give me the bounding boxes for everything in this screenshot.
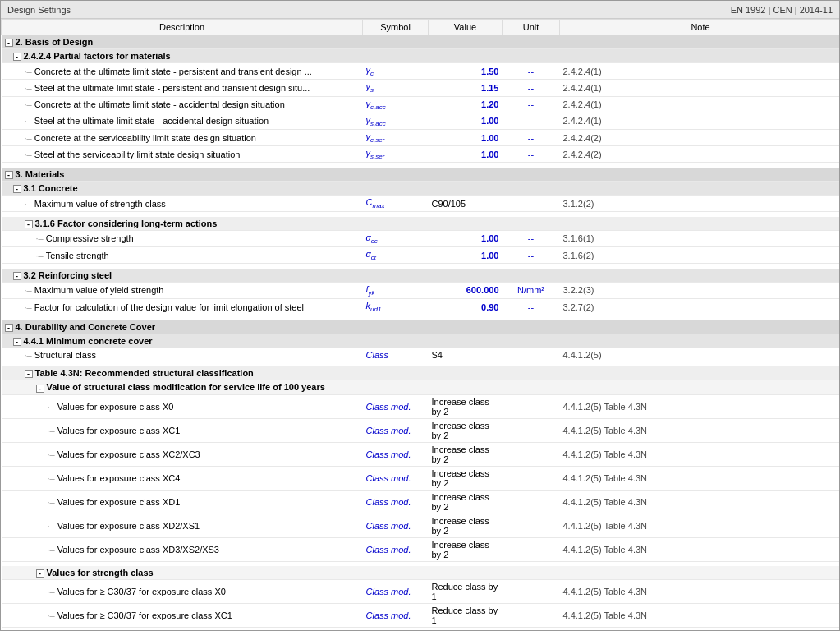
row-symbol: γs,acc: [363, 113, 429, 129]
table-row: ·–Values for exposure class X0Class mod.…: [2, 394, 840, 418]
table-row: ·–Maximum value of yield strengthfyk600.…: [2, 282, 840, 298]
row-value: Increase class by 2: [429, 490, 503, 514]
row-description: Values for exposure class XC2/XC3: [57, 449, 200, 459]
table-row: -3.1 Concrete: [2, 181, 840, 195]
row-description: Steel at the serviceability limit state …: [34, 150, 241, 159]
row-description: 2.4.2.4 Partial factors for materials: [24, 51, 171, 61]
row-symbol: Class mod.: [363, 490, 429, 514]
row-unit: --: [503, 63, 560, 80]
row-symbol: [363, 49, 429, 63]
row-unit: N/mm²: [503, 282, 560, 298]
row-note: [560, 269, 840, 283]
row-note: 4.4.1.2(5) Table 4.3N: [560, 418, 840, 442]
row-symbol: [363, 334, 429, 348]
row-unit: [503, 490, 560, 514]
table-row: -Value of structural class modification …: [2, 380, 840, 394]
collapse-icon[interactable]: -: [13, 272, 21, 280]
row-description: Values for ≥ C30/37 for exposure class X…: [57, 587, 226, 596]
row-value: Increase class by 2: [429, 418, 503, 442]
table-row: ·–Compressive strengthαcc1.00--3.1.6(1): [2, 230, 840, 246]
tree-dash: ·–: [25, 133, 32, 143]
row-unit: --: [503, 146, 560, 163]
row-description: Concrete at the serviceability limit sta…: [34, 133, 256, 143]
row-symbol: αct: [363, 246, 429, 263]
row-value: [429, 334, 503, 348]
collapse-icon[interactable]: -: [36, 569, 44, 578]
row-unit: [503, 418, 560, 442]
row-unit: [503, 366, 560, 380]
row-value: Reduce class by 1: [429, 628, 503, 630]
row-note: 3.1.6(2): [560, 246, 840, 263]
collapse-icon[interactable]: -: [36, 385, 44, 393]
row-symbol: Class mod.: [363, 466, 429, 490]
collapse-icon[interactable]: -: [25, 370, 33, 378]
row-value: 1.15: [429, 80, 503, 96]
row-note: 4.4.1.2(5) Table 4.3N: [560, 514, 840, 537]
row-symbol: Class mod.: [363, 418, 429, 442]
row-note: 4.4.1.2(5) Table 4.3N: [560, 490, 840, 514]
row-unit: [503, 537, 560, 561]
row-note: 2.4.2.4(2): [560, 129, 840, 145]
table-row: ·–Values for exposure class XD1Class mod…: [2, 490, 840, 514]
row-value: [429, 366, 503, 380]
tree-dash: ·–: [25, 116, 32, 126]
row-value: 1.50: [429, 63, 503, 80]
row-unit: --: [503, 80, 560, 96]
table-row: ·–Steel at the ultimate limit state - pe…: [2, 80, 840, 96]
row-value: Increase class by 2: [429, 466, 503, 490]
table-row: -3. Materials: [2, 168, 840, 182]
row-description: Values for exposure class X0: [57, 402, 174, 412]
row-note: 4.4.1.2(5) Table 4.3N: [560, 580, 840, 604]
collapse-icon[interactable]: -: [5, 324, 13, 332]
row-value: 1.20: [429, 96, 503, 113]
collapse-icon[interactable]: -: [5, 39, 13, 47]
row-unit: [503, 380, 560, 394]
collapse-icon[interactable]: -: [13, 185, 21, 193]
row-note: 4.4.1.2(5) Table 4.3N: [560, 604, 840, 628]
table-container[interactable]: Description Symbol Value Unit Note -2. B…: [1, 19, 839, 630]
table-row: ·–Concrete at the ultimate limit state -…: [2, 63, 840, 80]
row-value: 1.00: [429, 129, 503, 145]
table-row: ·–Tensile strengthαct1.00--3.1.6(2): [2, 246, 840, 263]
row-note: 2.4.2.4(1): [560, 80, 840, 96]
row-value: Increase class by 2: [429, 514, 503, 537]
row-note: 3.1.2(2): [560, 196, 840, 212]
main-window: Design Settings EN 1992 | CEN | 2014-11 …: [0, 0, 840, 631]
row-note: 3.1.6(1): [560, 230, 840, 246]
row-unit: [503, 580, 560, 604]
table-row: ·–Values for exposure class XD2/XS1Class…: [2, 514, 840, 537]
row-value: C90/105: [429, 196, 503, 212]
row-symbol: αcc: [363, 230, 429, 246]
col-description: Description: [2, 20, 363, 35]
row-description: 3. Materials: [16, 169, 65, 179]
table-row: ·–Values for ≥ C30/37 for exposure class…: [2, 604, 840, 628]
collapse-icon[interactable]: -: [5, 171, 13, 179]
row-value: [429, 49, 503, 63]
row-symbol: [363, 168, 429, 182]
table-row: ·–Concrete at the serviceability limit s…: [2, 129, 840, 145]
row-unit: [503, 466, 560, 490]
tree-dash: ·–: [25, 302, 32, 312]
row-note: [560, 168, 840, 182]
table-row: -4.4.1 Minimum concrete cover: [2, 334, 840, 348]
row-symbol: γc,ser: [363, 129, 429, 145]
row-description: 4.4.1 Minimum concrete cover: [24, 336, 153, 346]
collapse-icon[interactable]: -: [13, 338, 21, 346]
row-unit: --: [503, 129, 560, 145]
tree-dash: ·–: [48, 610, 55, 620]
row-note: 4.4.1.2(5) Table 4.3N: [560, 442, 840, 466]
row-value: S4: [429, 348, 503, 362]
settings-table: Description Symbol Value Unit Note -2. B…: [1, 19, 839, 630]
row-value: [429, 168, 503, 182]
row-unit: [503, 181, 560, 195]
tree-dash: ·–: [25, 199, 32, 209]
collapse-icon[interactable]: -: [25, 220, 33, 228]
row-symbol: Class mod.: [363, 537, 429, 561]
collapse-icon[interactable]: -: [13, 53, 21, 61]
row-note: 4.4.1.2(5): [560, 348, 840, 362]
row-symbol: γs: [363, 80, 429, 96]
row-description: Maximum value of yield strength: [34, 285, 164, 295]
row-value: 1.00: [429, 246, 503, 263]
row-description: Values for strength class: [47, 568, 154, 578]
row-description: Steel at the ultimate limit state - acci…: [34, 116, 269, 126]
